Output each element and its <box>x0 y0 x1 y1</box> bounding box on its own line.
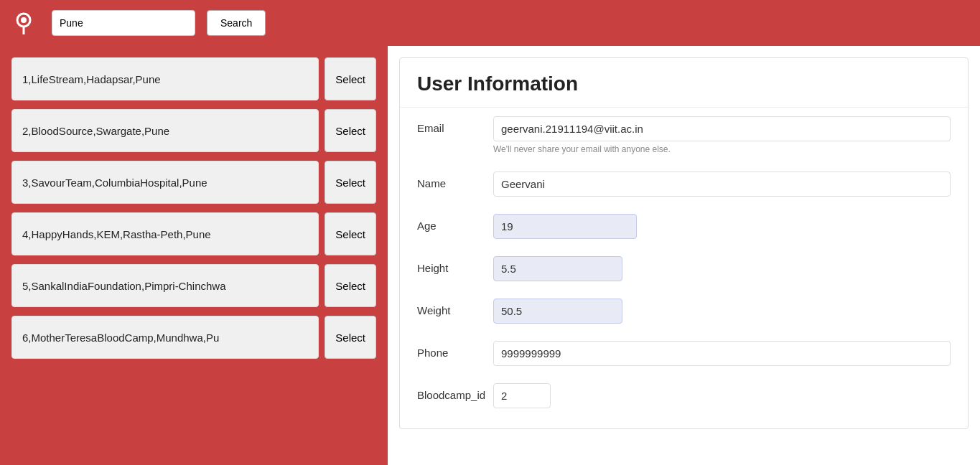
email-group: Email We'll never share your email with … <box>400 108 968 163</box>
phone-value <box>493 341 951 366</box>
bloodcamp-value <box>493 383 951 408</box>
main-content: 1,LifeStream,Hadapsar,PuneSelect2,BloodS… <box>0 46 980 465</box>
list-item: 2,BloodSource,Swargate,PuneSelect <box>11 109 376 152</box>
select-button-2[interactable]: Select <box>325 109 376 152</box>
age-value <box>493 214 951 239</box>
user-info-card: User Information Email We'll never share… <box>399 57 969 429</box>
bloodcamp-label: Bloodcamp_id <box>417 383 482 401</box>
svg-point-1 <box>21 17 27 23</box>
name-label: Name <box>417 172 482 189</box>
header: Search <box>0 0 980 46</box>
weight-value <box>493 299 951 324</box>
list-item-text: 6,MotherTeresaBloodCamp,Mundhwa,Pu <box>11 316 319 359</box>
age-label: Age <box>417 214 482 232</box>
select-button-3[interactable]: Select <box>325 161 376 204</box>
phone-group: Phone <box>400 332 968 375</box>
age-input[interactable] <box>493 214 637 239</box>
select-button-6[interactable]: Select <box>325 316 376 359</box>
list-item: 3,SavourTeam,ColumbiaHospital,PuneSelect <box>11 161 376 204</box>
bloodcamp-input[interactable] <box>493 383 551 408</box>
height-group: Height <box>400 248 968 290</box>
search-input[interactable] <box>52 10 195 36</box>
list-item-text: 1,LifeStream,Hadapsar,Pune <box>11 57 319 100</box>
weight-input[interactable] <box>493 299 622 324</box>
phone-label: Phone <box>417 341 482 359</box>
user-info-title: User Information <box>400 58 968 108</box>
weight-label: Weight <box>417 299 482 316</box>
phone-input[interactable] <box>493 341 951 366</box>
height-value <box>493 256 951 281</box>
height-label: Height <box>417 256 482 274</box>
height-input[interactable] <box>493 256 622 281</box>
list-item-text: 3,SavourTeam,ColumbiaHospital,Pune <box>11 161 319 204</box>
bloodcamp-group: Bloodcamp_id <box>400 375 968 417</box>
select-button-4[interactable]: Select <box>325 212 376 255</box>
blood-camp-list: 1,LifeStream,Hadapsar,PuneSelect2,BloodS… <box>0 46 388 465</box>
list-item-text: 2,BloodSource,Swargate,Pune <box>11 109 319 152</box>
list-item-text: 4,HappyHands,KEM,Rastha-Peth,Pune <box>11 212 319 255</box>
select-button-1[interactable]: Select <box>325 57 376 100</box>
email-label: Email <box>417 116 482 134</box>
age-group: Age <box>400 205 968 248</box>
email-hint: We'll never share your email with anyone… <box>493 144 951 154</box>
search-button[interactable]: Search <box>207 10 266 36</box>
list-item-text: 5,SankalIndiaFoundation,Pimpri-Chinchwa <box>11 264 319 307</box>
name-value <box>493 172 951 197</box>
logo-icon <box>11 9 40 37</box>
list-item: 4,HappyHands,KEM,Rastha-Peth,PuneSelect <box>11 212 376 255</box>
list-item: 6,MotherTeresaBloodCamp,Mundhwa,PuSelect <box>11 316 376 359</box>
right-panel: User Information Email We'll never share… <box>388 46 980 465</box>
list-item: 5,SankalIndiaFoundation,Pimpri-ChinchwaS… <box>11 264 376 307</box>
list-item: 1,LifeStream,Hadapsar,PuneSelect <box>11 57 376 100</box>
select-button-5[interactable]: Select <box>325 264 376 307</box>
name-group: Name <box>400 163 968 205</box>
name-input[interactable] <box>493 172 951 197</box>
email-value-group: We'll never share your email with anyone… <box>493 116 951 154</box>
weight-group: Weight <box>400 290 968 332</box>
email-input[interactable] <box>493 116 951 141</box>
